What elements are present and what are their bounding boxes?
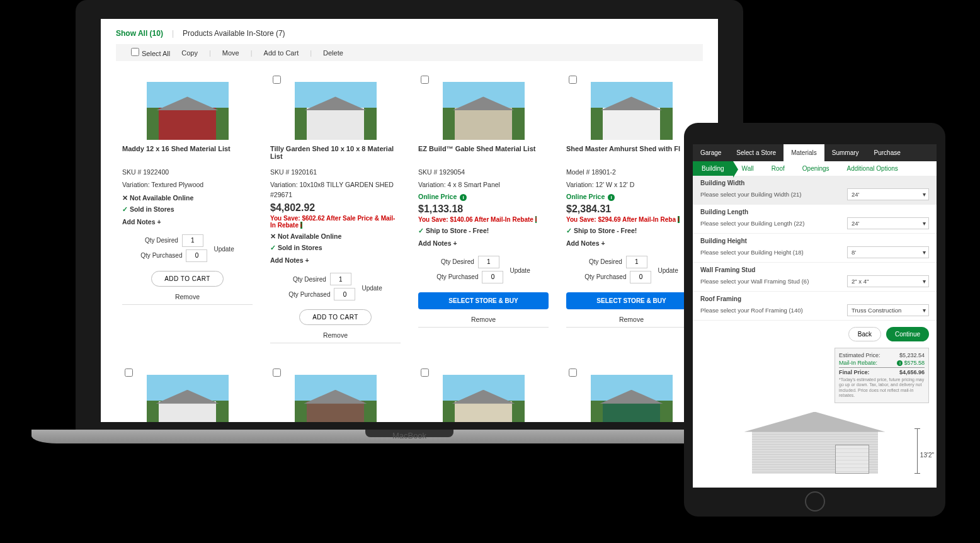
field-label: Building Length	[700, 209, 929, 215]
plus-icon: +	[305, 256, 309, 264]
update-link[interactable]: Update	[510, 267, 530, 274]
field-select[interactable]: 24' ▾	[847, 217, 929, 229]
rebate-value: $575.58	[904, 360, 925, 366]
product-checkbox[interactable]	[421, 369, 429, 377]
product-sku: SKU # 1922400	[122, 168, 253, 178]
est-price-label: Estimated Price:	[839, 352, 880, 358]
remove-link[interactable]: Remove	[418, 316, 549, 323]
info-icon[interactable]: i	[535, 216, 537, 223]
field-select[interactable]: 2" x 4" ▾	[847, 275, 929, 287]
select-all-checkbox[interactable]	[131, 48, 139, 56]
topbar-tab[interactable]: Select a Store	[729, 144, 783, 161]
product-image[interactable]	[295, 375, 377, 422]
add-notes-link[interactable]: Add Notes +	[566, 239, 697, 247]
topbar-tab[interactable]: Summary	[824, 144, 867, 161]
product-image[interactable]	[295, 82, 377, 140]
update-link[interactable]: Update	[658, 267, 678, 274]
product-image[interactable]	[443, 375, 525, 422]
product-checkbox[interactable]	[569, 369, 577, 377]
qty-desired-input[interactable]	[330, 273, 351, 285]
qty-desired-input[interactable]	[626, 256, 647, 268]
qty-desired-input[interactable]	[478, 256, 499, 268]
product-image[interactable]	[443, 82, 525, 140]
filter-show-all[interactable]: Show All (10)	[116, 29, 163, 38]
update-link[interactable]: Update	[362, 285, 382, 292]
topbar-tab[interactable]: Purchase	[867, 144, 908, 161]
product-variation: Variation: 10x10x8 TILLY GARDEN SHED #29…	[270, 180, 401, 200]
product-image[interactable]	[591, 82, 673, 140]
product-image[interactable]	[147, 375, 229, 422]
ipad-home-button[interactable]	[805, 491, 825, 512]
filter-in-store[interactable]: Products Available In-Store (7)	[183, 29, 285, 38]
sold-in-stores-label: Sold in Stores	[130, 205, 174, 213]
action-move[interactable]: Move	[222, 49, 239, 57]
qty-purchased-input[interactable]	[630, 271, 651, 283]
product-card: Maddy 12 x 16 Shed Material List SKU # 1…	[113, 73, 261, 353]
dimension-label: 13'2"	[920, 452, 934, 459]
not-available-label: Not Available Online	[278, 232, 341, 240]
qty-purchased-input[interactable]	[482, 271, 503, 283]
product-image[interactable]	[147, 82, 229, 140]
savings-text: You Save: $140.06 After Mail-In Rebate i	[418, 216, 549, 223]
product-variation: Variation: 12' W x 12' D	[566, 180, 697, 190]
info-icon[interactable]: i	[678, 216, 680, 223]
product-name[interactable]: Tilly Garden Shed 10 x 10 x 8 Material L…	[270, 145, 401, 161]
qty-purchased-input[interactable]	[334, 288, 355, 300]
info-icon[interactable]: i	[460, 194, 467, 201]
field-select[interactable]: 8' ▾	[847, 246, 929, 258]
subnav-tab[interactable]: Roof	[763, 161, 794, 176]
select-store-button[interactable]: SELECT STORE & BUY	[566, 292, 697, 309]
ship-free-label: Ship to Store - Free!	[426, 227, 489, 234]
action-bar: Select All Copy | Move | Add to Cart | D…	[116, 44, 703, 61]
add-notes-link[interactable]: Add Notes +	[270, 256, 401, 264]
product-name[interactable]: Maddy 12 x 16 Shed Material List	[122, 145, 253, 161]
product-price: $4,802.92	[270, 202, 401, 214]
product-checkbox[interactable]	[273, 369, 281, 377]
add-notes-link[interactable]: Add Notes +	[418, 239, 549, 247]
product-checkbox[interactable]	[421, 76, 429, 84]
qty-purchased-input[interactable]	[186, 249, 207, 262]
action-copy[interactable]: Copy	[181, 49, 198, 57]
subnav-tab[interactable]: Additional Options	[838, 161, 907, 176]
product-checkbox[interactable]	[273, 76, 281, 84]
qty-desired-label: Qty Desired	[589, 258, 622, 265]
update-link[interactable]: Update	[214, 246, 234, 253]
product-name[interactable]: Shed Master Amhurst Shed with Fl	[566, 145, 697, 161]
tablet-subnav: BuildingWallRoofOpeningsAdditional Optio…	[693, 161, 937, 176]
continue-button[interactable]: Continue	[886, 327, 929, 341]
topbar-tab[interactable]: Materials	[783, 144, 824, 161]
subnav-tab[interactable]: Openings	[794, 161, 838, 176]
price-disclaimer: *Today's estimated price, future pricing…	[839, 377, 925, 399]
product-image[interactable]	[591, 375, 673, 422]
action-delete[interactable]: Delete	[323, 49, 343, 57]
qty-purchased-label: Qty Purchased	[288, 291, 330, 298]
product-name[interactable]: EZ Build™ Gable Shed Material List	[418, 145, 549, 161]
product-card: EZ Build™ Gable Shed Material List SKU #…	[409, 73, 557, 353]
topbar-tab[interactable]: Garage	[693, 144, 729, 161]
back-button[interactable]: Back	[848, 327, 881, 341]
product-checkbox[interactable]	[125, 369, 133, 377]
remove-link[interactable]: Remove	[566, 316, 697, 323]
action-add-to-cart[interactable]: Add to Cart	[264, 49, 299, 57]
subnav-tab[interactable]: Building	[693, 161, 733, 176]
remove-link[interactable]: Remove	[270, 331, 401, 339]
product-price: $1,133.18	[418, 203, 549, 215]
select-store-button[interactable]: SELECT STORE & BUY	[418, 292, 549, 309]
qty-desired-input[interactable]	[182, 234, 203, 247]
info-icon[interactable]: i	[608, 194, 615, 201]
garage-render: 13'2"	[693, 411, 937, 488]
field-help: Please select your Wall Framing Stud (6)	[700, 278, 809, 285]
add-to-cart-button[interactable]: ADD TO CART	[299, 309, 372, 325]
product-checkbox[interactable]	[569, 76, 577, 84]
select-all[interactable]: Select All	[131, 48, 170, 57]
remove-link[interactable]: Remove	[122, 293, 253, 300]
add-to-cart-button[interactable]: ADD TO CART	[151, 271, 224, 287]
info-icon[interactable]: i	[300, 222, 302, 229]
chevron-down-icon: ▾	[923, 249, 926, 256]
add-notes-link[interactable]: Add Notes +	[122, 218, 253, 226]
field-select[interactable]: 24' ▾	[847, 188, 929, 200]
field-select[interactable]: Truss Construction ▾	[847, 304, 929, 316]
info-icon[interactable]: i	[897, 360, 903, 366]
macbook-base	[31, 430, 787, 443]
plus-icon: +	[157, 218, 161, 226]
